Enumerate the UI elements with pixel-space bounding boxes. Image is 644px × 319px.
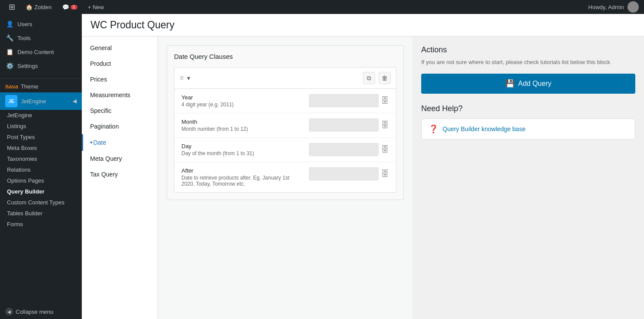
submenu-options-pages[interactable]: Options Pages [0, 175, 82, 186]
page-title: WC Product Query [91, 19, 635, 31]
tab-prices[interactable]: Prices [82, 71, 158, 87]
collapse-label: Collapse menu [16, 309, 54, 315]
page-header: WC Product Query [82, 14, 644, 37]
actions-title: Actions [421, 45, 635, 54]
tab-pagination[interactable]: Pagination [82, 119, 158, 134]
db-icon-after[interactable]: 🗄 [381, 170, 389, 179]
tab-product[interactable]: Product [82, 56, 158, 71]
tabs-sidebar: General Product Prices Measurements Spec… [82, 37, 158, 319]
wp-logo-item[interactable]: ⊞ [5, 0, 19, 14]
jetengine-brand[interactable]: JE JetEngine ◀ [0, 92, 82, 110]
users-icon: 👤 [5, 20, 14, 29]
field-name-day: Day [181, 143, 304, 149]
field-info-day: Day Day of the month (from 1 to 31) [181, 143, 304, 156]
sidebar: 👤 Users 🔧 Tools 📋 Demo Content ⚙️ Settin… [0, 14, 82, 319]
main-panel: Date Query Clauses ≡ ▾ ⧉ [158, 37, 413, 319]
add-query-button[interactable]: 💾 Add Query [421, 74, 635, 94]
drag-handle-icon[interactable]: ≡ [180, 74, 184, 82]
field-input-wrap-year: 🗄 [309, 94, 389, 107]
add-query-label: Add Query [518, 80, 551, 88]
save-icon: 💾 [505, 79, 515, 88]
db-icon-day[interactable]: 🗄 [381, 145, 389, 154]
sidebar-label-settings: Settings [17, 62, 38, 70]
clause-header: ≡ ▾ ⧉ 🗑 [174, 68, 396, 89]
need-help-title: Need Help? [421, 104, 635, 113]
db-icon-year[interactable]: 🗄 [381, 96, 389, 105]
submenu-relations[interactable]: Relations [0, 164, 82, 175]
new-label: + New [88, 4, 104, 10]
new-content-item[interactable]: + New [84, 0, 107, 14]
theme-label: Theme [21, 83, 38, 90]
date-query-section: Date Query Clauses ≡ ▾ ⧉ [167, 45, 404, 200]
submenu-forms[interactable]: Forms [0, 219, 82, 230]
avatar[interactable] [627, 1, 639, 13]
collapse-icon: ◀ [5, 308, 13, 316]
field-hint-day: Day of the month (from 1 to 31) [181, 150, 304, 156]
field-row-year: Year 4 digit year (e.g. 2011) 🗄 [174, 89, 396, 113]
right-panel: Actions If you are not sure where to sta… [413, 37, 644, 319]
field-info-month: Month Month number (from 1 to 12) [181, 119, 304, 132]
day-input[interactable] [309, 143, 379, 156]
site-name-item[interactable]: 🏠 Zolden [22, 0, 55, 14]
sidebar-item-tools[interactable]: 🔧 Tools [0, 31, 82, 45]
sidebar-label-demo: Demo Content [17, 48, 54, 56]
field-hint-after: Date to retrieve products after. Eg. Jan… [181, 175, 304, 187]
after-input[interactable] [309, 167, 379, 180]
submenu-custom-content-types[interactable]: Custom Content Types [0, 197, 82, 208]
help-link-text: Query Builder knowledge base [443, 126, 526, 132]
sidebar-item-users[interactable]: 👤 Users [0, 17, 82, 31]
submenu-jetengine[interactable]: JetEngine [0, 110, 82, 121]
field-hint-year: 4 digit year (e.g. 2011) [181, 102, 304, 108]
copy-icon: ⧉ [367, 75, 371, 82]
actions-description: If you are not sure where to start, plea… [421, 58, 635, 67]
tab-date[interactable]: Date [82, 134, 158, 151]
comments-icon: 💬 [62, 4, 69, 10]
field-info-after: After Date to retrieve products after. E… [181, 167, 304, 187]
db-icon-month[interactable]: 🗄 [381, 121, 389, 130]
site-name: Zolden [34, 4, 52, 10]
submenu-query-builder[interactable]: Query Builder [0, 186, 82, 197]
tab-specific[interactable]: Specific [82, 103, 158, 119]
submenu-meta-boxes[interactable]: Meta Boxes [0, 143, 82, 153]
copy-clause-button[interactable]: ⧉ [363, 72, 375, 84]
je-icon: JE [5, 95, 17, 107]
help-circle-icon: ❓ [429, 124, 438, 134]
submenu-taxonomies[interactable]: Taxonomies [0, 153, 82, 164]
expand-icon[interactable]: ▾ [187, 75, 190, 81]
home-icon: 🏠 [26, 4, 33, 10]
field-row-day: Day Day of the month (from 1 to 31) 🗄 [174, 138, 396, 162]
clause-card: ≡ ▾ ⧉ 🗑 [174, 67, 396, 193]
comment-count: 0 [70, 5, 77, 10]
tab-meta-query[interactable]: Meta Query [82, 151, 158, 166]
admin-bar: ⊞ 🏠 Zolden 💬 0 + New Howdy, Admin [0, 0, 644, 14]
comments-item[interactable]: 💬 0 [59, 0, 81, 14]
tab-tax-query[interactable]: Tax Query [82, 166, 158, 182]
field-info-year: Year 4 digit year (e.g. 2011) [181, 94, 304, 108]
section-title: Date Query Clauses [174, 53, 396, 60]
field-row-after: After Date to retrieve products after. E… [174, 162, 396, 192]
collapse-menu-button[interactable]: ◀ Collapse menu [0, 301, 82, 319]
help-link-box[interactable]: ❓ Query Builder knowledge base [421, 119, 635, 139]
tab-general[interactable]: General [82, 40, 158, 56]
je-label: JetEngine [21, 98, 46, 105]
trash-icon: 🗑 [382, 75, 388, 81]
sidebar-item-demo-content[interactable]: 📋 Demo Content [0, 45, 82, 59]
field-hint-month: Month number (from 1 to 12) [181, 126, 304, 132]
month-input[interactable] [309, 119, 379, 132]
year-input[interactable] [309, 94, 379, 107]
field-name-year: Year [181, 94, 304, 101]
submenu-tables-builder[interactable]: Tables Builder [0, 208, 82, 219]
sidebar-label-users: Users [17, 20, 32, 28]
sidebar-label-tools: Tools [17, 34, 30, 42]
sidebar-item-settings[interactable]: ⚙️ Settings [0, 59, 82, 73]
hava-text: hava [5, 83, 18, 90]
field-name-after: After [181, 167, 304, 174]
delete-clause-button[interactable]: 🗑 [379, 72, 391, 84]
field-name-month: Month [181, 119, 304, 125]
tab-measurements[interactable]: Measurements [82, 87, 158, 103]
hava-theme-item[interactable]: hava Theme [0, 81, 82, 92]
submenu-post-types[interactable]: Post Types [0, 132, 82, 143]
submenu-listings[interactable]: Listings [0, 121, 82, 132]
tools-icon: 🔧 [5, 34, 14, 43]
field-input-wrap-day: 🗄 [309, 143, 389, 156]
